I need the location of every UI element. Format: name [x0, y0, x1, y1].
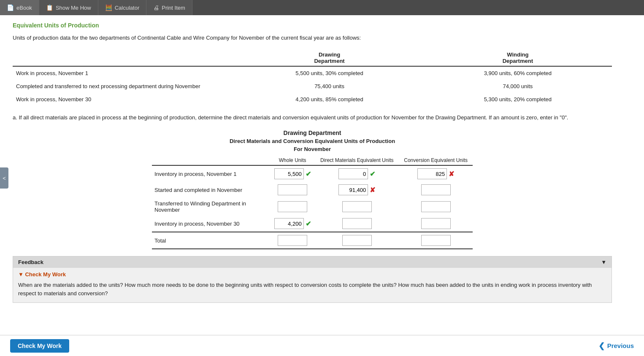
- table-row: Work in process, November 30 4,200 units…: [13, 93, 612, 106]
- feedback-subheader[interactable]: ▼ Check My Work: [13, 268, 612, 279]
- row4-whole-units: ✔: [270, 216, 315, 232]
- chevron-left-icon: <: [3, 175, 6, 181]
- problem-table: Drawing Department Winding Department Wo…: [13, 50, 612, 106]
- answer-row-4: Inventory in process, November 30 ✔: [152, 216, 473, 232]
- row1-whole-units-check: ✔: [306, 170, 311, 178]
- row1-conversion: ✘: [399, 165, 473, 182]
- row-winding-2: 74,000 units: [424, 80, 612, 93]
- tab-calculator-label: Calculator: [115, 5, 140, 11]
- answer-row-3: Transferred to Winding Department in Nov…: [152, 198, 473, 216]
- col-label-header: [152, 156, 270, 165]
- main-content: Equivalent Units of Production Units of …: [0, 15, 625, 313]
- row4-direct-materials: [315, 216, 399, 232]
- feedback-dropdown-icon: ▼: [601, 259, 606, 265]
- col-whole-units-header: Whole Units: [270, 156, 315, 165]
- row3-conversion-input[interactable]: [421, 201, 451, 212]
- row4-label: Inventory in process, November 30: [152, 216, 270, 232]
- tab-ebook-label: eBook: [16, 5, 32, 11]
- answer-subtitle: Direct Materials and Conversion Equivale…: [13, 138, 612, 144]
- row3-label: Transferred to Winding Department in Nov…: [152, 198, 270, 216]
- row2-conversion: [399, 182, 473, 198]
- row1-conversion-input[interactable]: [417, 168, 447, 179]
- total-direct-materials-input[interactable]: [342, 235, 372, 246]
- total-conversion-input[interactable]: [421, 235, 451, 246]
- row1-label: Inventory in process, November 1: [152, 165, 270, 182]
- total-conversion: [399, 232, 473, 249]
- row1-whole-units: ✔: [270, 165, 315, 182]
- tab-show-me-how-label: Show Me How: [56, 5, 91, 11]
- feedback-section: Feedback ▼ ▼ Check My Work When are the …: [13, 256, 612, 303]
- col-winding-header: Winding Department: [424, 50, 612, 66]
- row1-direct-materials-check: ✔: [370, 170, 375, 178]
- table-row: Completed and transferred to next proces…: [13, 80, 612, 93]
- feedback-body: When are the materials added to the unit…: [13, 279, 612, 302]
- row3-whole-units: [270, 198, 315, 216]
- answer-table: Whole Units Direct Materials Equivalent …: [152, 156, 473, 249]
- tab-ebook[interactable]: 📄 eBook: [0, 0, 39, 15]
- row-label-1: Work in process, November 1: [13, 66, 235, 80]
- scroll-area[interactable]: Equivalent Units of Production Units of …: [0, 15, 644, 335]
- section-title: Equivalent Units of Production: [13, 22, 612, 29]
- row2-direct-materials-check: ✘: [370, 186, 375, 194]
- ebook-icon: 📄: [7, 4, 14, 11]
- answer-row-1: Inventory in process, November 1 ✔ ✔: [152, 165, 473, 182]
- row-label-2: Completed and transferred to next proces…: [13, 80, 235, 93]
- tab-show-me-how[interactable]: 📋 Show Me How: [39, 0, 98, 15]
- show-me-how-icon: 📋: [46, 4, 53, 11]
- tab-print-item-label: Print Item: [162, 5, 185, 11]
- row1-conversion-check: ✘: [449, 170, 454, 178]
- answer-period: For November: [13, 146, 612, 152]
- row2-direct-materials-input[interactable]: [338, 184, 368, 195]
- row4-whole-units-input[interactable]: [274, 218, 304, 229]
- row4-conversion-input[interactable]: [421, 218, 451, 229]
- answer-section: Drawing Department Direct Materials and …: [13, 129, 612, 249]
- answer-row-2: Started and completed in November ✘: [152, 182, 473, 198]
- calculator-icon: 🧮: [105, 4, 112, 11]
- sidebar-toggle[interactable]: <: [0, 167, 8, 189]
- total-whole-units: [270, 232, 315, 249]
- row3-direct-materials: [315, 198, 399, 216]
- feedback-header-label: Feedback: [18, 259, 43, 265]
- row-label-3: Work in process, November 30: [13, 93, 235, 106]
- feedback-header: Feedback ▼: [13, 256, 612, 268]
- col-direct-materials-header: Direct Materials Equivalent Units: [315, 156, 399, 165]
- row2-conversion-input[interactable]: [421, 184, 451, 195]
- row4-conversion: [399, 216, 473, 232]
- row2-whole-units: [270, 182, 315, 198]
- row-drawing-2: 75,400 units: [235, 80, 423, 93]
- row4-whole-units-check: ✔: [306, 220, 311, 228]
- row3-direct-materials-input[interactable]: [342, 201, 372, 212]
- answer-title: Drawing Department: [13, 129, 612, 136]
- row2-label: Started and completed in November: [152, 182, 270, 198]
- row3-whole-units-input[interactable]: [278, 201, 307, 212]
- total-label: Total: [152, 232, 270, 249]
- row-winding-3: 5,300 units, 20% completed: [424, 93, 612, 106]
- total-whole-units-input[interactable]: [278, 235, 307, 246]
- row1-direct-materials: ✔: [315, 165, 399, 182]
- intro-text: Units of production data for the two dep…: [13, 34, 612, 42]
- answer-row-total: Total: [152, 232, 473, 249]
- row-drawing-3: 4,200 units, 85% completed: [235, 93, 423, 106]
- row1-direct-materials-input[interactable]: [338, 168, 368, 179]
- col-conversion-header: Conversion Equivalent Units: [399, 156, 473, 165]
- row-drawing-1: 5,500 units, 30% completed: [235, 66, 423, 80]
- row-winding-1: 3,900 units, 60% completed: [424, 66, 612, 80]
- tab-print-item[interactable]: 🖨 Print Item: [146, 0, 192, 15]
- row2-direct-materials: ✘: [315, 182, 399, 198]
- tab-calculator[interactable]: 🧮 Calculator: [98, 0, 147, 15]
- table-row: Work in process, November 1 5,500 units,…: [13, 66, 612, 80]
- top-nav: 📄 eBook 📋 Show Me How 🧮 Calculator 🖨 Pri…: [0, 0, 644, 15]
- col-drawing-header: Drawing Department: [235, 50, 423, 66]
- row4-direct-materials-input[interactable]: [342, 218, 372, 229]
- row1-whole-units-input[interactable]: [274, 168, 304, 179]
- instructions-text: a. If all direct materials are placed in…: [13, 113, 612, 122]
- total-direct-materials: [315, 232, 399, 249]
- print-icon: 🖨: [153, 4, 159, 11]
- row3-conversion: [399, 198, 473, 216]
- row2-whole-units-input[interactable]: [278, 184, 307, 195]
